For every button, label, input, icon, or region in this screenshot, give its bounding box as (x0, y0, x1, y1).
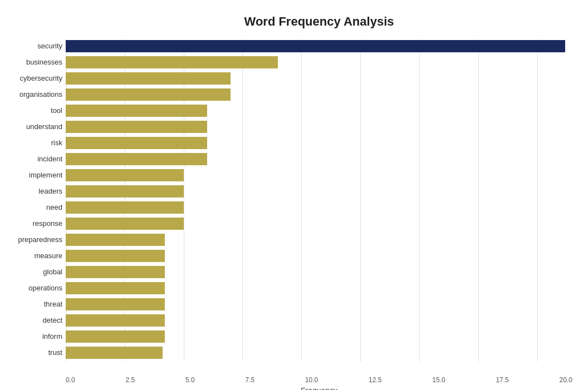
bar-label: operations (7, 284, 62, 292)
x-tick: 10.0 (305, 376, 318, 384)
bar-label: global (7, 268, 62, 276)
bar-label: implement (7, 171, 62, 179)
bar-row: understand (66, 120, 572, 134)
bar-row: security (66, 39, 572, 53)
bar-label: threat (7, 300, 62, 308)
bar-label: preparedness (7, 235, 62, 244)
bar-row: need (66, 200, 572, 215)
bar-row: organisations (66, 87, 572, 102)
bar-label: incident (7, 155, 62, 163)
bar-row: risk (66, 136, 572, 150)
chart-title: Word Frequency Analysis (66, 14, 572, 29)
bar-label: risk (7, 139, 62, 147)
bar (66, 234, 165, 246)
bar (66, 282, 165, 294)
bar-label: detect (7, 316, 62, 324)
bar-row: threat (66, 297, 572, 312)
bar-row: incident (66, 152, 572, 166)
chart-area: securitybusinessescybersecurityorganisat… (66, 39, 572, 362)
bar (66, 250, 165, 262)
x-tick: 12.5 (369, 376, 381, 384)
bar-row: measure (66, 249, 572, 263)
bar (66, 298, 165, 310)
x-tick: 0.0 (66, 376, 75, 384)
bar-row: detect (66, 313, 572, 328)
bar (66, 88, 231, 101)
x-axis-label: Frequency (66, 386, 572, 391)
bar-label: measure (7, 251, 62, 260)
bar (66, 169, 184, 181)
x-tick: 5.0 (185, 376, 195, 384)
bar-row: leaders (66, 184, 572, 199)
bar-label: tool (7, 106, 62, 115)
x-tick: 17.5 (496, 376, 508, 384)
bar-label: security (7, 42, 62, 50)
bar-row: cybersecurity (66, 71, 572, 86)
bar (66, 121, 207, 133)
x-axis: 0.02.55.07.510.012.515.017.520.0 (66, 376, 572, 384)
bar-label: cybersecurity (7, 74, 62, 82)
bar-label: understand (7, 122, 62, 131)
bar (66, 347, 163, 359)
bar (66, 72, 231, 85)
bar (66, 105, 207, 117)
bar-row: trust (66, 345, 572, 360)
bar (66, 314, 165, 327)
bar (66, 185, 184, 198)
bar-row: global (66, 265, 572, 279)
chart-container: Word Frequency Analysis securitybusiness… (4, 3, 584, 387)
bar (66, 40, 565, 52)
bar-label: response (7, 219, 62, 228)
x-tick: 2.5 (125, 376, 135, 384)
bar (66, 201, 184, 214)
bar-row: inform (66, 329, 572, 344)
bar-row: businesses (66, 55, 572, 70)
bar-label: businesses (7, 58, 62, 66)
bar-label: need (7, 203, 62, 211)
bar (66, 218, 184, 230)
bar-row: implement (66, 168, 572, 182)
bar-label: trust (7, 348, 62, 357)
bar-row: response (66, 216, 572, 231)
bar (66, 137, 207, 149)
bar-label: inform (7, 332, 62, 340)
x-tick: 20.0 (560, 376, 572, 384)
bar-row: tool (66, 103, 572, 118)
x-tick: 7.5 (245, 376, 254, 384)
bar (66, 266, 165, 278)
bar (66, 330, 165, 343)
bar (66, 56, 278, 68)
x-tick: 15.0 (432, 376, 445, 384)
bar-label: organisations (7, 90, 62, 98)
bar-row: preparedness (66, 233, 572, 247)
bar-label: leaders (7, 187, 62, 195)
bar-row: operations (66, 281, 572, 295)
bar (66, 153, 207, 165)
